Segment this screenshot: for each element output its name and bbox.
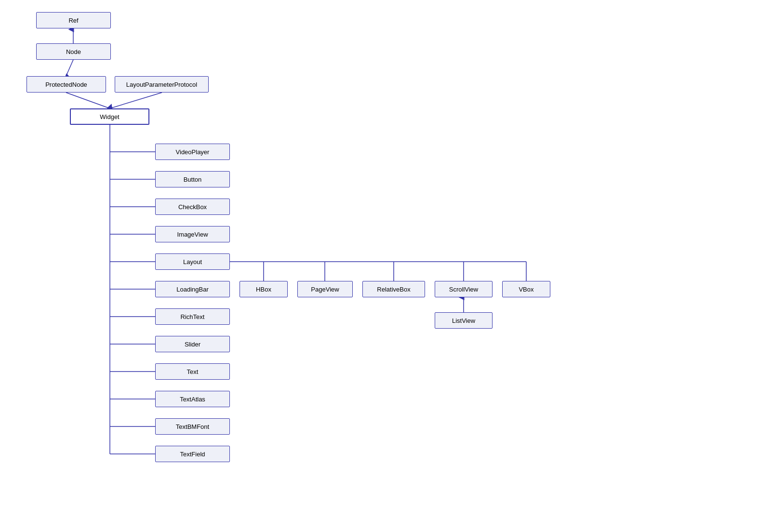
- svg-line-5: [66, 93, 110, 108]
- richtext-node: RichText: [155, 308, 230, 325]
- listview-node: ListView: [435, 312, 493, 329]
- imageview-node: ImageView: [155, 226, 230, 242]
- button-node: Button: [155, 171, 230, 187]
- node-node: Node: [36, 43, 111, 60]
- svg-line-4: [66, 60, 73, 76]
- textfield-node: TextField: [155, 446, 230, 462]
- layout-node: Layout: [155, 253, 230, 270]
- loadingbar-node: LoadingBar: [155, 281, 230, 297]
- checkbox-node: CheckBox: [155, 199, 230, 215]
- videoplayer-node: VideoPlayer: [155, 144, 230, 160]
- textatlas-node: TextAtlas: [155, 391, 230, 407]
- protected-node: ProtectedNode: [27, 76, 106, 93]
- slider-node: Slider: [155, 336, 230, 352]
- scrollview-node: ScrollView: [435, 281, 493, 297]
- layout-parameter-protocol-node: LayoutParameterProtocol: [115, 76, 209, 93]
- ref-node: Ref: [36, 12, 111, 28]
- textbmfont-node: TextBMFont: [155, 418, 230, 435]
- text-node: Text: [155, 363, 230, 380]
- hbox-node: HBox: [240, 281, 288, 297]
- svg-line-6: [110, 93, 162, 108]
- pageview-node: PageView: [297, 281, 353, 297]
- vbox-node: VBox: [502, 281, 550, 297]
- diagram-container: Ref Node ProtectedNode LayoutParameterPr…: [0, 0, 773, 532]
- relativebox-node: RelativeBox: [362, 281, 425, 297]
- widget-node: Widget: [70, 108, 149, 125]
